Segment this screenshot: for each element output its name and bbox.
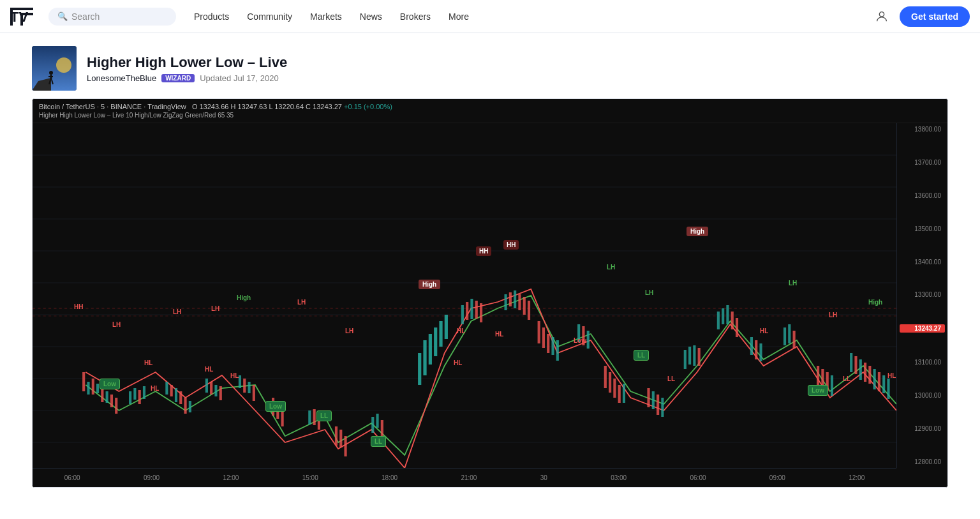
svg-rect-63	[381, 420, 383, 438]
label-lh-2: LH	[173, 308, 181, 315]
label-hl-r2: HL	[454, 359, 462, 366]
svg-rect-33	[115, 398, 117, 414]
label-hl-fr2: HL	[887, 372, 896, 379]
x-label-3: 12:00	[223, 474, 239, 481]
svg-rect-73	[475, 301, 478, 319]
svg-rect-108	[755, 340, 757, 359]
svg-rect-117	[850, 353, 852, 372]
chart-container: Bitcoin / TetherUS · 5 · BINANCE · Tradi…	[32, 98, 948, 488]
svg-text:TV: TV	[10, 9, 28, 25]
svg-rect-45	[210, 382, 212, 395]
chart-svg	[33, 123, 896, 468]
svg-point-5	[879, 11, 884, 16]
nav-products[interactable]: Products	[186, 8, 237, 26]
x-label-1: 06:00	[64, 474, 80, 481]
main-nav: Products Community Markets News Brokers …	[186, 8, 872, 26]
nav-markets[interactable]: Markets	[302, 8, 350, 26]
svg-point-7	[56, 57, 71, 73]
ohlc-close: C 13243.27	[306, 103, 342, 110]
svg-rect-105	[731, 312, 734, 329]
nav-brokers[interactable]: Brokers	[392, 8, 438, 26]
svg-rect-65	[423, 340, 426, 375]
label-lh-ref: LH	[297, 299, 306, 306]
label-ll-1: LL	[316, 410, 332, 421]
svg-rect-119	[859, 359, 862, 380]
svg-rect-111	[788, 324, 791, 343]
x-label-10: 09:00	[769, 474, 785, 481]
x-label-11: 12:00	[849, 474, 865, 481]
svg-rect-93	[623, 384, 625, 403]
svg-rect-123	[878, 372, 880, 391]
label-lh-4: LH	[345, 327, 353, 335]
label-ll-ref: LL	[667, 375, 675, 382]
svg-rect-56	[313, 409, 316, 425]
label-lh-1: LH	[112, 321, 121, 328]
svg-rect-64	[418, 353, 421, 385]
label-hh-3: HH	[503, 240, 519, 250]
svg-rect-48	[239, 375, 241, 388]
svg-rect-27	[87, 382, 89, 395]
svg-rect-103	[722, 308, 724, 324]
svg-rect-39	[170, 385, 173, 396]
label-high-badge-2: High	[687, 227, 708, 236]
current-price-label: 13243.27	[900, 324, 945, 333]
label-hl-bottom: HL	[151, 385, 159, 392]
svg-rect-101	[698, 348, 701, 366]
svg-rect-75	[504, 294, 507, 310]
x-label-6: 21:00	[461, 474, 477, 481]
y-label-3: 13600.00	[900, 192, 945, 199]
svg-rect-121	[868, 366, 871, 384]
svg-rect-26	[82, 372, 85, 391]
label-hl-2: HL	[205, 366, 213, 373]
nav-news[interactable]: News	[352, 8, 390, 26]
svg-rect-49	[243, 379, 246, 393]
symbol-line: Bitcoin / TetherUS · 5 · BINANCE · Tradi…	[39, 103, 941, 110]
label-lh-r1: LH	[607, 264, 615, 271]
label-lh-fr1: LH	[789, 280, 797, 287]
nav-more[interactable]: More	[441, 8, 477, 26]
svg-rect-70	[461, 305, 464, 324]
svg-rect-122	[873, 369, 876, 389]
y-label-6: 13300.00	[900, 291, 945, 298]
chart-canvas: HH LH LH LH High HL HL HL LH Low HL Low	[33, 123, 896, 468]
author-avatar	[32, 46, 77, 91]
svg-rect-74	[480, 303, 482, 322]
logo[interactable]: TV	[10, 8, 33, 26]
label-high-fr: High	[868, 299, 882, 306]
y-label-10: 12900.00	[900, 425, 945, 432]
svg-rect-36	[138, 390, 141, 404]
svg-rect-120	[864, 363, 866, 382]
ohlc-low: L 13220.64	[269, 103, 304, 110]
label-ll-big: LL	[371, 436, 386, 447]
svg-rect-99	[688, 347, 691, 365]
label-low-fr: Low	[808, 385, 828, 396]
svg-rect-94	[647, 388, 650, 407]
svg-rect-100	[693, 345, 695, 366]
svg-rect-55	[308, 410, 311, 425]
svg-rect-34	[129, 391, 131, 404]
y-axis: 13800.00 13700.00 13600.00 13500.00 1340…	[896, 123, 947, 468]
svg-rect-32	[110, 395, 113, 407]
nav-community[interactable]: Community	[239, 8, 300, 26]
svg-rect-40	[175, 388, 177, 402]
user-icon[interactable]	[872, 6, 892, 27]
author-name[interactable]: LonesomeTheBlue	[87, 73, 156, 83]
label-ll-2: LL	[634, 350, 649, 361]
ohlc-open: O 13243.66	[192, 103, 229, 110]
search-bar[interactable]: 🔍 Search	[48, 8, 176, 26]
chart-author: LonesomeTheBlue WIZARD Updated Jul 17, 2…	[87, 73, 287, 83]
svg-rect-44	[205, 379, 208, 393]
svg-rect-116	[831, 375, 833, 396]
ohlc-high: H 13247.63	[230, 103, 267, 110]
get-started-button[interactable]: Get started	[900, 6, 970, 27]
label-low-r: Low	[574, 337, 586, 344]
svg-rect-69	[445, 315, 448, 339]
label-hh-1: HH	[74, 303, 83, 310]
chart-area[interactable]: 13800.00 13700.00 13600.00 13500.00 1340…	[33, 123, 947, 487]
svg-rect-102	[717, 312, 720, 329]
y-label-5: 13400.00	[900, 259, 945, 266]
svg-rect-71	[466, 302, 468, 320]
svg-rect-91	[613, 379, 616, 398]
svg-rect-78	[518, 294, 521, 310]
label-low-1: Low	[100, 379, 120, 389]
